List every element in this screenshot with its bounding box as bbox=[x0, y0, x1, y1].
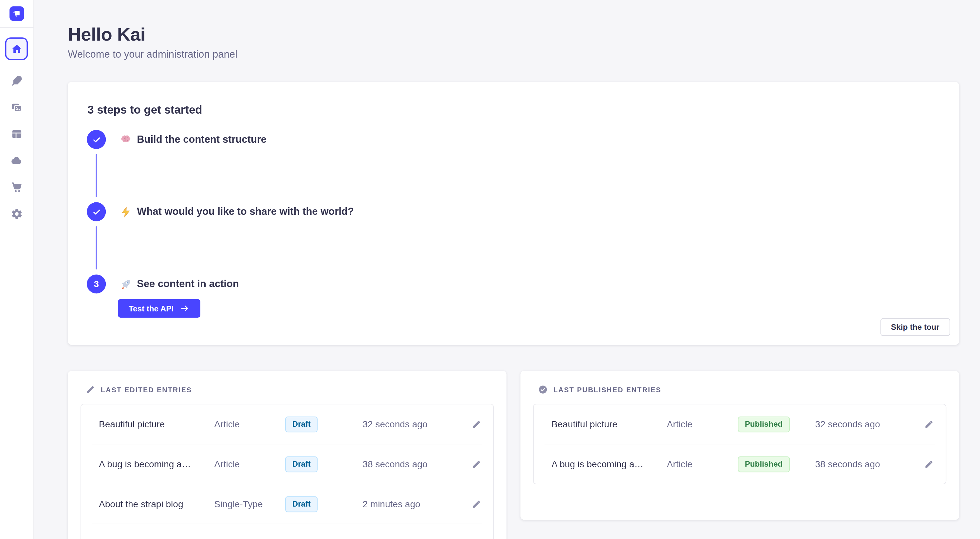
last-published-entries-card: LAST PUBLISHED ENTRIES Beautiful picture… bbox=[520, 371, 959, 520]
page-subtitle: Welcome to your administration panel bbox=[68, 49, 959, 60]
entry-time: 32 seconds ago bbox=[363, 419, 459, 429]
edit-entry-button[interactable] bbox=[920, 415, 937, 433]
status-badge: Draft bbox=[285, 416, 318, 432]
arrow-right-icon bbox=[180, 304, 189, 313]
pencil-icon bbox=[471, 460, 480, 469]
entry-title: A bug is becoming a… bbox=[99, 459, 214, 469]
strapi-logo-icon bbox=[11, 8, 22, 19]
step-label: Build the content structure bbox=[137, 134, 267, 145]
home-icon bbox=[11, 43, 22, 55]
last-published-table: Beautiful picture Article Published 32 s… bbox=[533, 404, 946, 484]
step-completed-badge bbox=[87, 130, 106, 149]
tour-step-2: What would you like to share with the wo… bbox=[87, 202, 354, 221]
page-title: Hello Kai bbox=[68, 25, 959, 45]
entry-title: About the strapi blog bbox=[99, 499, 214, 509]
last-edited-entries-card: LAST EDITED ENTRIES Beautiful picture Ar… bbox=[68, 371, 506, 539]
guided-tour-title: 3 steps to get started bbox=[88, 103, 202, 117]
rocket-emoji-icon bbox=[120, 278, 132, 290]
cloud-icon bbox=[11, 154, 22, 166]
step-connector-line bbox=[95, 226, 97, 269]
pencil-icon bbox=[924, 420, 934, 429]
entries-section: LAST EDITED ENTRIES Beautiful picture Ar… bbox=[68, 371, 959, 539]
page-header: Hello Kai Welcome to your administration… bbox=[68, 25, 959, 60]
strapi-admin-dashboard: Hello Kai Welcome to your administration… bbox=[0, 0, 980, 539]
entry-time: 38 seconds ago bbox=[815, 459, 912, 469]
strapi-logo[interactable] bbox=[9, 6, 24, 21]
last-edited-table: Beautiful picture Article Draft 32 secon… bbox=[81, 404, 494, 539]
tour-step-1: Build the content structure bbox=[87, 130, 267, 149]
edit-entry-button[interactable] bbox=[467, 495, 485, 513]
status-badge: Draft bbox=[285, 496, 318, 512]
entry-type: Single-Type bbox=[214, 499, 285, 509]
entry-type: Article bbox=[214, 459, 285, 469]
table-row: Beautiful picture Article Draft 32 secon… bbox=[81, 404, 493, 444]
table-row: About the strapi blog Single-Type Draft … bbox=[81, 484, 493, 524]
sidebar-item-content-type-builder[interactable] bbox=[10, 127, 23, 140]
main-content: Hello Kai Welcome to your administration… bbox=[34, 0, 980, 539]
sidebar-item-media-library[interactable] bbox=[10, 101, 23, 114]
sidebar-item-content-manager[interactable] bbox=[10, 74, 23, 87]
step-connector-line bbox=[95, 154, 97, 197]
entry-type: Article bbox=[667, 419, 738, 429]
test-api-button[interactable]: Test the API bbox=[118, 299, 200, 318]
pencil-icon bbox=[471, 499, 480, 509]
table-row: Beautiful picture Article Published 32 s… bbox=[534, 404, 946, 444]
pencil-icon bbox=[471, 420, 480, 429]
table-row: A bug is becoming a… Article Published 3… bbox=[534, 444, 946, 484]
sidebar-item-home[interactable] bbox=[5, 37, 28, 60]
check-icon bbox=[92, 135, 101, 144]
step-number-badge: 3 bbox=[87, 274, 106, 293]
feather-icon bbox=[11, 74, 22, 86]
sidebar-item-settings[interactable] bbox=[10, 207, 23, 220]
table-row: A bug is becoming a… Article Draft 38 se… bbox=[81, 444, 493, 484]
section-heading: LAST EDITED ENTRIES bbox=[101, 386, 192, 393]
main-navigation-sidebar bbox=[0, 0, 34, 539]
last-published-heading: LAST PUBLISHED ENTRIES bbox=[520, 371, 959, 394]
entry-time: 38 seconds ago bbox=[363, 459, 459, 469]
brain-emoji-icon bbox=[120, 134, 132, 146]
entry-title: A bug is becoming a… bbox=[551, 459, 667, 469]
step-completed-badge bbox=[87, 202, 106, 221]
pictures-icon bbox=[11, 101, 22, 113]
row-divider bbox=[92, 524, 483, 524]
step-label: What would you like to share with the wo… bbox=[137, 206, 354, 218]
cart-icon bbox=[11, 181, 22, 193]
status-badge: Draft bbox=[285, 456, 318, 472]
entry-type: Article bbox=[667, 459, 738, 469]
entry-title: Beautiful picture bbox=[99, 419, 214, 429]
skip-tour-button[interactable]: Skip the tour bbox=[880, 318, 950, 336]
edit-entry-button[interactable] bbox=[920, 455, 937, 473]
tour-step-3: 3 See content in action bbox=[87, 274, 239, 293]
entry-title: Beautiful picture bbox=[551, 419, 667, 429]
gear-icon bbox=[11, 208, 22, 220]
test-api-label: Test the API bbox=[129, 304, 173, 313]
pencil-icon bbox=[924, 460, 934, 469]
logo-container bbox=[0, 0, 33, 28]
entry-type: Article bbox=[214, 419, 285, 429]
sidebar-item-deploy[interactable] bbox=[10, 154, 23, 167]
pencil-icon bbox=[86, 385, 95, 394]
layout-icon bbox=[11, 128, 22, 140]
edit-entry-button[interactable] bbox=[467, 455, 485, 473]
zap-emoji-icon bbox=[120, 206, 132, 218]
sidebar-item-marketplace[interactable] bbox=[10, 181, 23, 194]
check-circle-icon bbox=[538, 385, 548, 394]
status-badge: Published bbox=[738, 456, 789, 472]
step-number: 3 bbox=[94, 279, 99, 289]
last-edited-heading: LAST EDITED ENTRIES bbox=[68, 371, 506, 394]
check-icon bbox=[92, 207, 101, 216]
edit-entry-button[interactable] bbox=[467, 415, 485, 433]
entry-time: 2 minutes ago bbox=[363, 499, 459, 509]
step-label: See content in action bbox=[137, 278, 239, 290]
section-heading: LAST PUBLISHED ENTRIES bbox=[554, 386, 662, 393]
guided-tour-card: 3 steps to get started bbox=[68, 82, 959, 345]
status-badge: Published bbox=[738, 416, 789, 432]
entry-time: 32 seconds ago bbox=[815, 419, 912, 429]
